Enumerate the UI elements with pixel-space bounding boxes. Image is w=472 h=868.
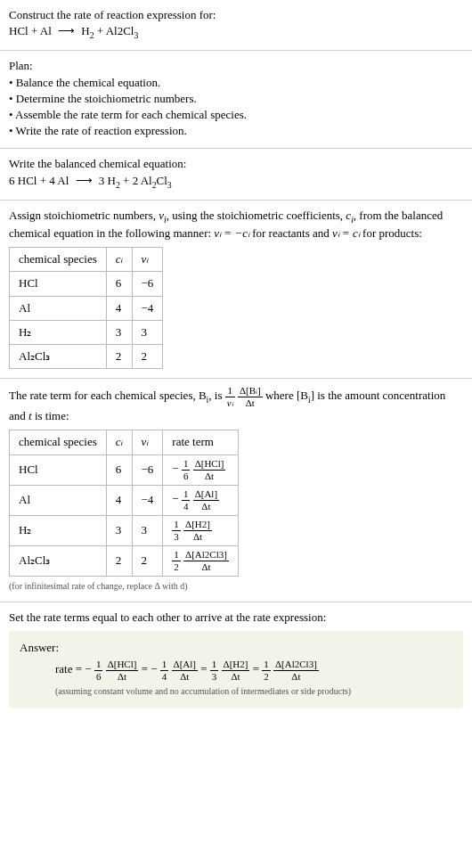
plan-section: Plan: • Balance the chemical equation. •… — [0, 51, 472, 148]
coef-frac: 16 — [182, 459, 191, 481]
cell: Al — [10, 485, 107, 515]
den: 2 — [172, 561, 181, 572]
den: Δt — [193, 471, 226, 481]
den: Δt — [183, 531, 212, 542]
cell: 6 — [106, 272, 132, 296]
plan-item: • Balance the chemical equation. — [9, 75, 463, 91]
term: 12 Δ[Al2Cl3]Δt — [262, 662, 319, 676]
bal-rhs-b: + 2 Al — [120, 174, 152, 187]
table-header-row: chemical species cᵢ νᵢ rate term — [10, 430, 239, 454]
num: 1 — [210, 659, 219, 671]
coef-frac: 12 — [172, 550, 181, 572]
term: 13 Δ[H2]Δt — [210, 662, 253, 676]
den: Δt — [238, 397, 263, 408]
cell: −4 — [132, 296, 163, 320]
num: Δ[HCl] — [106, 659, 139, 671]
sign: − — [172, 492, 178, 505]
delta-frac: Δ[H2]Δt — [222, 659, 250, 682]
txt: , using the stoichiometric coefficients, — [167, 209, 346, 222]
den: Δt — [273, 671, 319, 682]
answer-note: (assuming constant volume and no accumul… — [20, 685, 452, 698]
cell: 2 — [132, 344, 163, 368]
den: νᵢ — [225, 397, 235, 408]
answer-box: Answer: rate = − 16 Δ[HCl]Δt = − 14 Δ[Al… — [9, 631, 463, 708]
table-row: H₂ 3 3 13 Δ[H2]Δt — [10, 515, 239, 545]
cell-rate: 13 Δ[H2]Δt — [163, 515, 239, 545]
eq-rhs-mid: + Al2Cl — [94, 24, 134, 37]
num: Δ[Al] — [172, 659, 198, 671]
plan-item: • Write the rate of reaction expression. — [9, 123, 463, 139]
col-nui: νᵢ — [132, 248, 163, 272]
cell: 3 — [132, 320, 163, 344]
plan-item: • Determine the stoichiometric numbers. — [9, 91, 463, 107]
cell: −4 — [132, 485, 163, 515]
num: 1 — [172, 550, 181, 561]
den: 3 — [210, 671, 219, 682]
num: Δ[HCl] — [193, 459, 226, 471]
cell-rate: − 14 Δ[Al]Δt — [163, 485, 239, 515]
den: 4 — [182, 501, 191, 512]
col-ci: cᵢ — [106, 430, 132, 454]
balanced-equation: 6 HCl + 4 Al ⟶ 3 H2 + 2 Al2Cl3 — [9, 173, 463, 191]
num: Δ[Bᵢ] — [238, 386, 263, 397]
term: − 16 Δ[HCl]Δt — [85, 662, 141, 676]
stoich-table: chemical species cᵢ νᵢ HCl6−6 Al4−4 H₂33… — [9, 247, 163, 369]
cell-rate: − 16 Δ[HCl]Δt — [163, 454, 239, 485]
eq-sign: = — [142, 662, 151, 676]
table-row: H₂33 — [10, 320, 163, 344]
eq-rhs-sub2: 3 — [134, 30, 138, 40]
txt: for reactants and — [249, 226, 332, 240]
plan-item: • Assemble the rate term for each chemic… — [9, 107, 463, 123]
balanced-section: Write the balanced chemical equation: 6 … — [0, 149, 472, 199]
cell: 2 — [106, 545, 132, 576]
arrow-icon: ⟶ — [54, 24, 78, 37]
frac-dB-dt: Δ[Bᵢ]Δt — [238, 386, 263, 408]
arrow-icon: ⟶ — [72, 174, 96, 187]
coef-frac: 14 — [182, 489, 191, 512]
txt: where [B — [265, 389, 308, 403]
ci-label: cᵢ — [116, 252, 123, 266]
cell: HCl — [10, 454, 107, 485]
cell: 6 — [106, 454, 132, 485]
cell: 3 — [106, 320, 132, 344]
delta-frac: Δ[Al2Cl3]Δt — [273, 659, 319, 682]
frac-1-nu: 1νᵢ — [225, 386, 235, 408]
stoich-section: Assign stoichiometric numbers, νi, using… — [0, 201, 472, 378]
den: 4 — [160, 671, 169, 682]
num: Δ[Al2Cl3] — [183, 550, 229, 561]
cell: 3 — [132, 515, 163, 545]
bal-rhs-b-sub2: 3 — [167, 179, 172, 189]
cell: Al₂Cl₃ — [10, 545, 107, 576]
cell: 4 — [106, 485, 132, 515]
table-row: Al4−4 — [10, 296, 163, 320]
txt: , is — [208, 389, 224, 403]
col-rate: rate term — [163, 430, 239, 454]
eq-sign: = — [253, 662, 263, 676]
prompt-text: Construct the rate of reaction expressio… — [9, 7, 463, 23]
cell: Al — [10, 296, 107, 320]
balanced-title: Write the balanced chemical equation: — [9, 156, 463, 172]
bal-lhs: 6 HCl + 4 Al — [9, 174, 69, 187]
ci-label: cᵢ — [116, 435, 123, 448]
answer-label: Answer: — [20, 640, 452, 656]
infinitesimal-note: (for infinitesimal rate of change, repla… — [9, 580, 463, 593]
eq-rhs-h: H — [81, 24, 89, 37]
den: Δt — [172, 671, 198, 682]
eq2: νᵢ = cᵢ — [332, 226, 360, 240]
rate-prefix: rate = — [55, 662, 85, 676]
num: Δ[H2] — [222, 659, 250, 671]
table-row: HCl6−6 — [10, 272, 163, 296]
den: 6 — [94, 671, 103, 682]
nui-label: νᵢ — [142, 252, 149, 266]
table-row: HCl 6 −6 − 16 Δ[HCl]Δt — [10, 454, 239, 485]
txt: The rate term for each chemical species,… — [9, 389, 207, 403]
cell: H₂ — [10, 320, 107, 344]
eq1: νᵢ = −cᵢ — [214, 226, 249, 240]
cell: 2 — [132, 545, 163, 576]
txt: Assign stoichiometric numbers, — [9, 209, 159, 222]
table-row: Al 4 −4 − 14 Δ[Al]Δt — [10, 485, 239, 515]
num: Δ[H2] — [183, 520, 212, 531]
txt: for products: — [360, 226, 422, 240]
cell: 3 — [106, 515, 132, 545]
num: 1 — [262, 659, 271, 671]
